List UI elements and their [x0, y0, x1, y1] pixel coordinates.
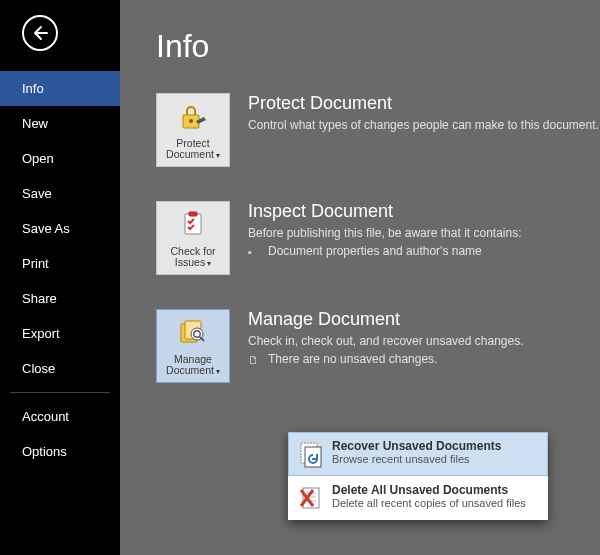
manage-tile-label: Manage Document▾	[163, 354, 223, 379]
menu-item-delete-unsaved[interactable]: Delete All Unsaved Documents Delete all …	[288, 476, 548, 520]
caret-down-icon: ▾	[216, 367, 220, 376]
manage-status: 🗋 There are no unsaved changes.	[248, 352, 600, 368]
backstage-view: Info New Open Save Save As Print Share E…	[0, 0, 600, 555]
delete-sub: Delete all recent copies of unsaved file…	[332, 497, 526, 510]
main-panel: Info Protect Document▾ Protect Document …	[120, 0, 600, 555]
section-inspect: Check for Issues▾ Inspect Document Befor…	[156, 201, 600, 275]
back-button[interactable]	[22, 15, 58, 51]
sidebar-separator	[10, 392, 110, 393]
delete-title: Delete All Unsaved Documents	[332, 483, 526, 497]
sidebar-item-save[interactable]: Save	[0, 176, 120, 211]
inspect-bullet: ▪ Document properties and author's name	[248, 244, 600, 260]
sidebar-item-account[interactable]: Account	[0, 399, 120, 434]
caret-down-icon: ▾	[207, 259, 211, 268]
sidebar-item-new[interactable]: New	[0, 106, 120, 141]
protect-document-button[interactable]: Protect Document▾	[156, 93, 230, 167]
inspect-title: Inspect Document	[248, 201, 600, 222]
svg-point-1	[189, 119, 193, 123]
menu-item-recover-unsaved[interactable]: Recover Unsaved Documents Browse recent …	[288, 432, 548, 476]
page-title: Info	[156, 28, 600, 65]
document-icon: 🗋	[248, 352, 262, 368]
recover-title: Recover Unsaved Documents	[332, 439, 501, 453]
section-protect: Protect Document▾ Protect Document Contr…	[156, 93, 600, 167]
manage-document-button[interactable]: Manage Document▾	[156, 309, 230, 383]
protect-title: Protect Document	[248, 93, 600, 114]
sidebar-item-share[interactable]: Share	[0, 281, 120, 316]
manage-document-menu: Recover Unsaved Documents Browse recent …	[288, 432, 548, 520]
section-manage: Manage Document▾ Manage Document Check i…	[156, 309, 600, 383]
sidebar-item-save-as[interactable]: Save As	[0, 211, 120, 246]
protect-tile-label: Protect Document▾	[163, 138, 223, 163]
manage-status-text: There are no unsaved changes.	[268, 352, 437, 366]
checklist-icon	[178, 201, 208, 246]
sidebar-item-open[interactable]: Open	[0, 141, 120, 176]
sidebar-item-close[interactable]: Close	[0, 351, 120, 386]
sidebar-item-export[interactable]: Export	[0, 316, 120, 351]
manage-desc: Check in, check out, and recover unsaved…	[248, 334, 600, 348]
sidebar-item-print[interactable]: Print	[0, 246, 120, 281]
sidebar-item-options[interactable]: Options	[0, 434, 120, 469]
inspect-lead: Before publishing this file, be aware th…	[248, 226, 600, 240]
check-for-issues-button[interactable]: Check for Issues▾	[156, 201, 230, 275]
delete-doc-icon	[296, 483, 326, 513]
sidebar-item-info[interactable]: Info	[0, 71, 120, 106]
caret-down-icon: ▾	[216, 151, 220, 160]
protect-desc: Control what types of changes people can…	[248, 118, 600, 132]
sidebar: Info New Open Save Save As Print Share E…	[0, 0, 120, 555]
manage-title: Manage Document	[248, 309, 600, 330]
back-arrow-icon	[31, 24, 49, 42]
svg-rect-2	[185, 214, 201, 234]
recover-doc-icon	[296, 439, 326, 469]
lock-icon	[178, 93, 208, 138]
recover-sub: Browse recent unsaved files	[332, 453, 501, 466]
svg-rect-3	[189, 212, 197, 216]
inspect-bullet-text: Document properties and author's name	[268, 244, 482, 258]
inspect-tile-label: Check for Issues▾	[168, 246, 219, 271]
document-stack-icon	[177, 309, 209, 354]
square-bullet-icon: ▪	[248, 244, 262, 260]
